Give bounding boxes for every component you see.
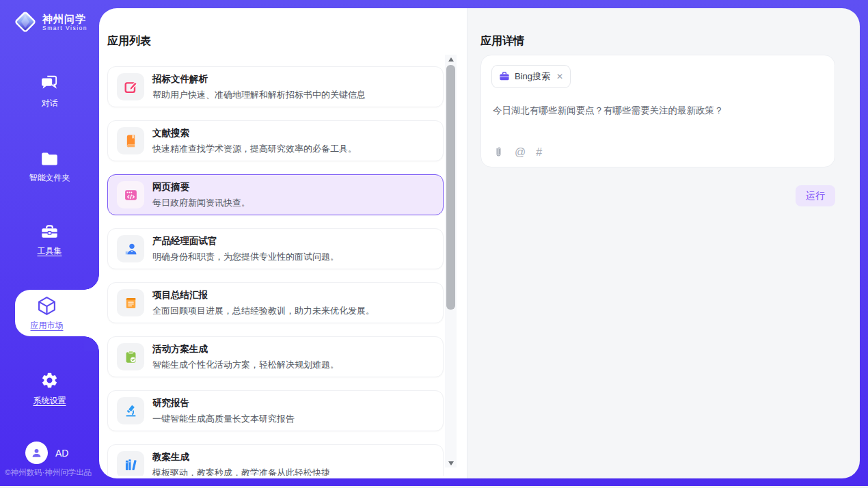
sidebar-item-label: 工具集 (38, 245, 62, 257)
app-list-panel: 应用列表 招标文件解析 帮助用户快速、准确地理解和解析招标书中的关键信息 (99, 8, 467, 478)
chat-icon (40, 74, 59, 92)
prompt-toolbar: @ # (493, 146, 542, 159)
scrollbar-thumb[interactable] (446, 65, 455, 310)
bubble-curve-top (84, 275, 99, 290)
app-card-project-report[interactable]: 项目总结汇报 全面回顾项目进展，总结经验教训，助力未来优化发展。 (107, 282, 444, 323)
logo: 神州问学 Smart Vision (12, 9, 87, 35)
webpage-code-icon (124, 188, 138, 202)
microscope-icon (124, 404, 138, 418)
app-detail-panel: 应用详情 Bing搜索 ✕ 今日湖北有哪些新闻要点？有哪些需要关注的最新政策？ (467, 8, 860, 478)
app-card-activity-plan[interactable]: 活动方案生成 智能生成个性化活动方案，轻松解决规划难题。 (107, 336, 444, 377)
paperclip-icon[interactable] (493, 146, 504, 159)
app-list-title: 应用列表 (107, 34, 151, 49)
gear-icon (40, 371, 59, 390)
app-card-title: 教案生成 (152, 451, 330, 463)
sidebar: 神州问学 Smart Vision 对话 智能文件夹 工具 (0, 0, 99, 488)
app-card-bid-parse[interactable]: 招标文件解析 帮助用户快速、准确地理解和解析招标书中的关键信息 (107, 66, 444, 107)
app-card-title: 网页摘要 (152, 181, 250, 193)
prompt-card: Bing搜索 ✕ 今日湖北有哪些新闻要点？有哪些需要关注的最新政策？ @ # (480, 55, 835, 167)
logo-subtitle: Smart Vision (42, 25, 87, 31)
tool-tag-label: Bing搜索 (515, 70, 550, 83)
toolbox-icon (40, 223, 59, 240)
app-card-title: 活动方案生成 (152, 343, 339, 355)
app-card-description: 明确身份和职责，为您提供专业性的面试问题。 (152, 251, 339, 263)
app-card-research-report[interactable]: 研究报告 一键智能生成高质量长文本研究报告 (107, 390, 444, 431)
app-card-description: 快速精准查找学术资源，提高研究效率的必备工具。 (152, 143, 357, 155)
run-button[interactable]: 运行 (796, 185, 835, 206)
content-area: 应用列表 招标文件解析 帮助用户快速、准确地理解和解析招标书中的关键信息 (99, 8, 860, 478)
hash-icon[interactable]: # (536, 147, 542, 158)
app-card-title: 文献搜索 (152, 127, 357, 139)
app-card-description: 模板驱动，教案秒成，教学准备从此轻松快捷 (152, 467, 330, 476)
sidebar-item-settings[interactable]: 系统设置 (0, 371, 99, 407)
books-icon (124, 458, 138, 472)
sidebar-item-label: 应用市场 (31, 320, 64, 331)
folder-icon (40, 151, 59, 167)
app-card-description: 全面回顾项目进展，总结经验教训，助力未来优化发展。 (152, 305, 375, 317)
bubble-curve-bottom (84, 336, 99, 351)
app-card-literature-search[interactable]: 文献搜索 快速精准查找学术资源，提高研究效率的必备工具。 (107, 120, 444, 161)
sidebar-item-smart-folder[interactable]: 智能文件夹 (0, 151, 99, 184)
diamond-logo-icon (12, 9, 38, 35)
app-card-title: 招标文件解析 (152, 73, 366, 85)
notepad-icon (124, 296, 138, 310)
briefcase-icon (499, 71, 510, 82)
app-card-title: 项目总结汇报 (152, 289, 375, 301)
close-icon[interactable]: ✕ (556, 72, 563, 81)
sidebar-item-label: 系统设置 (33, 395, 66, 407)
app-card-description: 智能生成个性化活动方案，轻松解决规划难题。 (152, 359, 339, 371)
app-card-title: 研究报告 (152, 397, 295, 409)
app-card-lesson-plan[interactable]: 教案生成 模板驱动，教案秒成，教学准备从此轻松快捷 (107, 444, 444, 476)
app-card-pm-interviewer[interactable]: 产品经理面试官 明确身份和职责，为您提供专业性的面试问题。 (107, 228, 444, 269)
user-initials: AD (55, 448, 68, 459)
app-window: 神州问学 Smart Vision 对话 智能文件夹 工具 (0, 0, 868, 488)
tool-tag-bing-search[interactable]: Bing搜索 ✕ (491, 65, 571, 88)
app-card-description: 帮助用户快速、准确地理解和解析招标书中的关键信息 (152, 89, 366, 101)
sidebar-item-chat[interactable]: 对话 (0, 74, 99, 109)
book-icon (124, 134, 138, 148)
app-card-title: 产品经理面试官 (152, 235, 339, 247)
sidebar-item-label: 智能文件夹 (29, 172, 70, 184)
document-edit-icon (124, 80, 138, 94)
scrollbar[interactable] (445, 55, 457, 467)
app-detail-title: 应用详情 (480, 34, 524, 49)
cube-icon (36, 295, 57, 316)
user-avatar-icon (25, 442, 48, 464)
sidebar-item-app-market[interactable]: 应用市场 (15, 290, 99, 336)
sidebar-item-label: 对话 (42, 98, 58, 109)
mention-icon[interactable]: @ (515, 147, 526, 158)
interviewer-icon (124, 242, 138, 256)
scroll-up-arrow[interactable] (445, 55, 457, 64)
logo-title: 神州问学 (42, 13, 87, 25)
app-card-description: 一键智能生成高质量长文本研究报告 (152, 413, 295, 425)
scroll-down-arrow[interactable] (445, 459, 457, 467)
app-card-web-summary[interactable]: 网页摘要 每日政府新闻资讯快查。 (107, 174, 444, 215)
app-card-description: 每日政府新闻资讯快查。 (152, 197, 250, 209)
app-list: 招标文件解析 帮助用户快速、准确地理解和解析招标书中的关键信息 文献搜索 (107, 66, 444, 476)
user-profile[interactable]: AD (25, 442, 68, 464)
prompt-text[interactable]: 今日湖北有哪些新闻要点？有哪些需要关注的最新政策？ (493, 104, 821, 117)
sidebar-item-toolset[interactable]: 工具集 (0, 223, 99, 257)
clipboard-check-icon (124, 350, 138, 364)
copyright-footer: ©神州数码·神州问学出品 (5, 467, 92, 478)
